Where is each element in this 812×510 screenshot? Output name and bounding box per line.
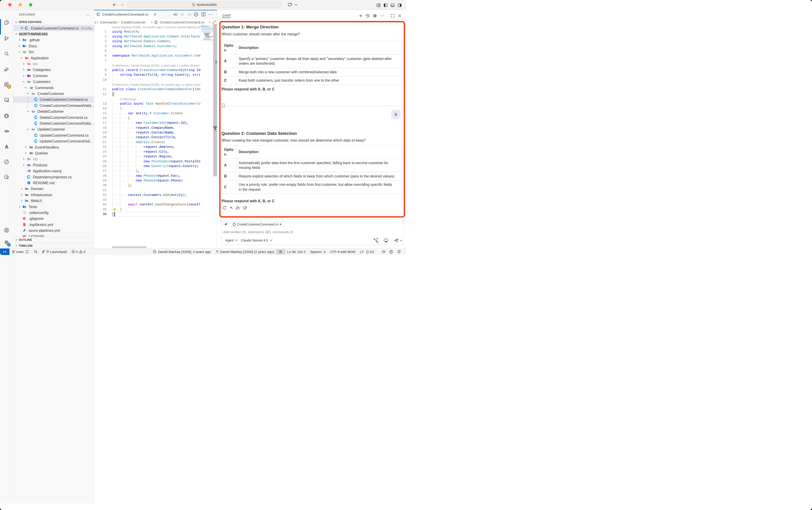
svg-text:#: # [235, 223, 236, 226]
svg-text:1: 1 [8, 243, 9, 246]
svg-text:#: # [29, 176, 31, 178]
svg-text:#: # [36, 116, 38, 119]
svg-text:#: # [99, 13, 100, 16]
svg-text:#: # [36, 140, 38, 142]
svg-text:#: # [36, 98, 38, 101]
svg-text:#: # [157, 21, 158, 24]
svg-text:#: # [27, 27, 28, 30]
svg-text:#: # [36, 134, 38, 137]
svg-text:#: # [36, 104, 38, 107]
svg-text:#: # [36, 122, 38, 125]
